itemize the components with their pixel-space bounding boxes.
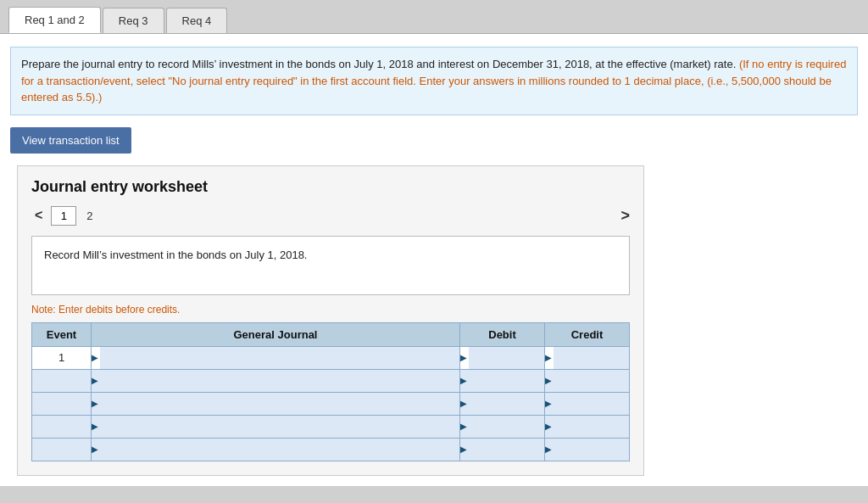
general-journal-cell[interactable]: ▶: [92, 415, 460, 438]
table-row: ▶▶▶: [32, 392, 630, 415]
debit-cell[interactable]: ▶: [460, 415, 545, 438]
general-journal-input[interactable]: [100, 347, 459, 369]
cell-arrow-icon: ▶: [92, 376, 98, 385]
description-box: Record Mill’s investment in the bonds on…: [31, 236, 630, 295]
col-credit: Credit: [545, 322, 630, 346]
description-text: Record Mill’s investment in the bonds on…: [44, 249, 307, 261]
debit-input[interactable]: [469, 416, 544, 438]
tab-req1-2[interactable]: Req 1 and 2: [8, 7, 101, 33]
general-journal-cell[interactable]: ▶: [92, 369, 460, 392]
tab-req4[interactable]: Req 4: [166, 8, 228, 33]
cell-arrow-icon: ▶: [460, 444, 467, 454]
note-text: Note: Enter debits before credits.: [31, 304, 630, 316]
cell-arrow-icon: ▶: [460, 399, 467, 408]
table-header-row: Event General Journal Debit Credit: [32, 322, 630, 346]
general-journal-cell[interactable]: ▶: [92, 438, 460, 461]
credit-cell[interactable]: ▶: [545, 346, 630, 369]
journal-table: Event General Journal Debit Credit: [31, 322, 630, 461]
debit-input[interactable]: [469, 439, 544, 461]
cell-arrow-icon: ▶: [460, 376, 467, 385]
event-cell: [32, 392, 92, 415]
main-content: Prepare the journal entry to record Mill…: [0, 33, 868, 486]
tab-req4-label: Req 4: [182, 14, 212, 27]
cell-arrow-icon: ▶: [92, 444, 98, 454]
event-cell: [32, 438, 92, 461]
credit-input[interactable]: [554, 347, 629, 369]
current-page-box: 1: [51, 206, 76, 226]
credit-cell[interactable]: ▶: [545, 438, 630, 461]
view-transaction-button[interactable]: View transaction list: [10, 127, 131, 154]
cell-arrow-icon: ▶: [460, 353, 467, 362]
tab-req3-label: Req 3: [119, 14, 148, 27]
nav-next-button[interactable]: >: [620, 207, 630, 225]
tabs-bar: Req 1 and 2 Req 3 Req 4: [0, 0, 868, 33]
info-box: Prepare the journal entry to record Mill…: [10, 47, 858, 115]
col-event: Event: [32, 322, 92, 346]
col-general-journal: General Journal: [92, 322, 460, 346]
total-pages-num: 2: [81, 207, 97, 225]
cell-arrow-icon: ▶: [92, 399, 98, 408]
cell-arrow-icon: ▶: [460, 422, 467, 431]
general-journal-input[interactable]: [100, 393, 459, 415]
tab-req3[interactable]: Req 3: [103, 8, 164, 33]
cell-arrow-icon: ▶: [92, 422, 98, 431]
table-row: ▶▶▶: [32, 369, 630, 392]
debit-input[interactable]: [469, 370, 544, 392]
event-cell: 1: [32, 346, 92, 369]
cell-arrow-icon: ▶: [545, 353, 552, 362]
event-cell: [32, 369, 92, 392]
col-debit: Debit: [460, 322, 545, 346]
app-container: Req 1 and 2 Req 3 Req 4 Prepare the jour…: [0, 0, 868, 503]
instructions-main: Prepare the journal entry to record Mill…: [21, 58, 736, 70]
credit-input[interactable]: [554, 416, 629, 438]
cell-arrow-icon: ▶: [545, 376, 552, 385]
table-row: ▶▶▶: [32, 438, 630, 461]
general-journal-input[interactable]: [100, 416, 459, 438]
general-journal-input[interactable]: [100, 439, 459, 461]
credit-input[interactable]: [554, 370, 629, 392]
current-page-num: 1: [61, 210, 67, 222]
credit-input[interactable]: [554, 393, 629, 415]
nav-row: < 1 2 >: [31, 206, 630, 226]
cell-arrow-icon: ▶: [545, 399, 552, 408]
credit-cell[interactable]: ▶: [545, 369, 630, 392]
debit-cell[interactable]: ▶: [460, 392, 545, 415]
journal-table-body: 1▶▶▶▶▶▶▶▶▶▶▶▶▶▶▶: [32, 346, 630, 461]
debit-cell[interactable]: ▶: [460, 438, 545, 461]
debit-cell[interactable]: ▶: [460, 369, 545, 392]
tab-req1-2-label: Req 1 and 2: [25, 14, 85, 26]
journal-worksheet-title: Journal entry worksheet: [31, 178, 630, 196]
table-row: ▶▶▶: [32, 415, 630, 438]
general-journal-cell[interactable]: ▶: [92, 346, 460, 369]
credit-cell[interactable]: ▶: [545, 392, 630, 415]
cell-arrow-icon: ▶: [92, 353, 98, 362]
journal-worksheet: Journal entry worksheet < 1 2 > Record M…: [17, 165, 644, 476]
debit-input[interactable]: [469, 393, 544, 415]
general-journal-cell[interactable]: ▶: [92, 392, 460, 415]
debit-cell[interactable]: ▶: [460, 346, 545, 369]
cell-arrow-icon: ▶: [545, 422, 552, 431]
nav-prev-button[interactable]: <: [31, 206, 46, 225]
table-row: 1▶▶▶: [32, 346, 630, 369]
cell-arrow-icon: ▶: [545, 444, 552, 454]
event-cell: [32, 415, 92, 438]
general-journal-input[interactable]: [100, 370, 459, 392]
credit-input[interactable]: [554, 439, 629, 461]
credit-cell[interactable]: ▶: [545, 415, 630, 438]
debit-input[interactable]: [469, 347, 544, 369]
